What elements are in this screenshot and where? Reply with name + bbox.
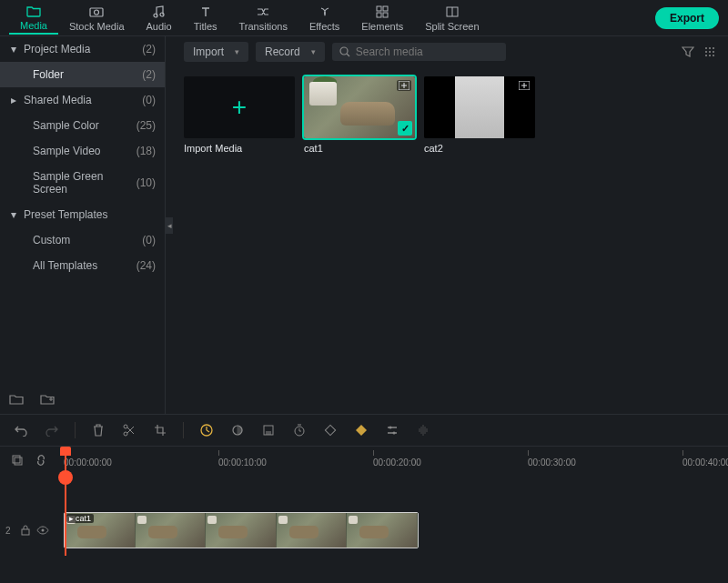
- svg-line-11: [347, 54, 349, 56]
- split-button[interactable]: [121, 422, 137, 438]
- svg-point-23: [124, 432, 127, 436]
- redo-button[interactable]: [44, 422, 60, 438]
- speed-button[interactable]: [198, 422, 215, 438]
- record-dropdown[interactable]: Record▾: [256, 42, 325, 62]
- import-dropdown[interactable]: Import▾: [184, 42, 248, 62]
- add-to-timeline-icon[interactable]: [517, 80, 531, 91]
- svg-point-24: [124, 425, 127, 428]
- search-icon: [339, 46, 350, 57]
- undo-button[interactable]: [13, 422, 29, 438]
- tab-label: Split Screen: [425, 21, 479, 32]
- tab-split-screen[interactable]: Split Screen: [414, 3, 490, 34]
- sidebar-item-sample-video[interactable]: Sample Video (18): [0, 138, 165, 164]
- keyframe-button[interactable]: [322, 422, 339, 438]
- svg-point-1: [95, 10, 99, 15]
- sidebar-item-sample-color[interactable]: Sample Color (25): [0, 113, 165, 138]
- sidebar-item-label: Sample Color: [33, 119, 99, 132]
- sidebar-item-label: Sample Green Screen: [33, 170, 136, 196]
- svg-point-10: [340, 47, 348, 55]
- chevron-right-icon: ▸: [9, 94, 18, 106]
- chevron-down-icon: ▾: [235, 47, 239, 56]
- sidebar-item-project-media[interactable]: ▾Project Media (2): [0, 36, 165, 62]
- adjust-button[interactable]: [384, 422, 400, 438]
- sidebar-item-custom[interactable]: Custom (0): [0, 227, 165, 253]
- media-label: Import Media: [184, 143, 295, 154]
- audio-button[interactable]: [415, 422, 431, 438]
- sidebar-item-preset-templates[interactable]: ▾Preset Templates: [0, 202, 165, 227]
- sidebar-item-sample-green-screen[interactable]: Sample Green Screen (10): [0, 164, 165, 202]
- delete-button[interactable]: [90, 422, 106, 438]
- import-media-card[interactable]: + Import Media: [184, 76, 295, 154]
- sidebar-item-label: Project Media: [24, 43, 90, 55]
- tab-media[interactable]: Media: [9, 2, 58, 35]
- elements-icon: [375, 5, 389, 19]
- ruler-time: 00:00:10:00: [218, 457, 267, 467]
- tab-transitions[interactable]: Transitions: [228, 3, 298, 34]
- tab-stock-media[interactable]: Stock Media: [58, 3, 136, 34]
- media-label: cat2: [424, 143, 535, 154]
- visibility-icon[interactable]: [36, 522, 49, 538]
- svg-point-12: [705, 47, 707, 49]
- tab-label: Elements: [361, 21, 403, 32]
- add-to-timeline-icon[interactable]: [397, 80, 411, 91]
- lock-icon[interactable]: [20, 522, 31, 538]
- sidebar-item-folder[interactable]: Folder (2): [0, 62, 165, 87]
- media-item-cat1[interactable]: ✓ cat1: [304, 76, 415, 154]
- export-button[interactable]: Export: [655, 7, 719, 29]
- filter-icon[interactable]: [681, 45, 695, 59]
- ruler-time: 00:00:40:00: [682, 457, 728, 467]
- svg-rect-0: [90, 8, 103, 16]
- svg-rect-33: [13, 456, 20, 463]
- media-label: cat1: [304, 143, 415, 154]
- svg-point-14: [713, 47, 714, 49]
- svg-rect-34: [15, 457, 22, 465]
- grid-view-icon[interactable]: [703, 45, 717, 59]
- marker-button[interactable]: [353, 422, 369, 438]
- chevron-down-icon: ▾: [9, 43, 18, 55]
- svg-rect-7: [383, 13, 388, 17]
- clip-label: ▸ cat1: [66, 514, 94, 523]
- text-icon: [198, 5, 213, 19]
- collapse-handle[interactable]: ◂: [166, 36, 173, 414]
- color-button[interactable]: [229, 422, 246, 438]
- tab-audio[interactable]: Audio: [136, 3, 183, 34]
- tab-elements[interactable]: Elements: [350, 3, 414, 34]
- folder-icon: [26, 4, 41, 18]
- svg-point-15: [705, 51, 707, 53]
- tab-label: Transitions: [239, 21, 288, 32]
- svg-point-18: [705, 55, 707, 56]
- svg-rect-35: [22, 529, 29, 535]
- timeline-link-icon[interactable]: [33, 452, 49, 468]
- sidebar-item-all-templates[interactable]: All Templates (24): [0, 253, 165, 278]
- effects-icon: [318, 5, 332, 19]
- timeline-clip-cat1[interactable]: ▸ cat1: [64, 512, 419, 548]
- timeline-copy-icon[interactable]: [9, 452, 25, 468]
- svg-rect-6: [377, 13, 381, 17]
- green-screen-button[interactable]: [260, 422, 277, 438]
- crop-button[interactable]: [152, 422, 168, 438]
- svg-point-16: [709, 51, 711, 53]
- search-input[interactable]: [356, 45, 500, 58]
- item-count: (2): [142, 43, 156, 55]
- item-count: (10): [136, 176, 156, 189]
- sidebar-item-shared-media[interactable]: ▸Shared Media (0): [0, 87, 165, 113]
- svg-rect-28: [266, 431, 271, 435]
- content-area: Import▾ Record▾ + Import Media ✓ ca: [173, 36, 728, 414]
- new-folder-icon[interactable]: [40, 392, 55, 407]
- tab-label: Audio: [147, 21, 172, 32]
- sidebar-item-label: Folder: [33, 68, 64, 81]
- duration-button[interactable]: [291, 422, 308, 438]
- item-count: (0): [142, 94, 156, 106]
- timeline-ruler[interactable]: 00:00:00:00 00:00:10:00 00:00:20:00 00:0…: [64, 447, 728, 474]
- tab-effects[interactable]: Effects: [298, 3, 350, 34]
- folder-open-icon[interactable]: [9, 392, 24, 407]
- tab-titles[interactable]: Titles: [183, 3, 228, 34]
- transitions-icon: [256, 5, 270, 19]
- ruler-time: 00:00:00:00: [64, 457, 112, 467]
- item-count: (18): [136, 145, 156, 157]
- media-item-cat2[interactable]: cat2: [424, 76, 535, 154]
- track-number: 2: [5, 526, 15, 536]
- playhead[interactable]: [65, 447, 66, 556]
- svg-point-17: [713, 51, 714, 53]
- svg-rect-4: [377, 6, 381, 11]
